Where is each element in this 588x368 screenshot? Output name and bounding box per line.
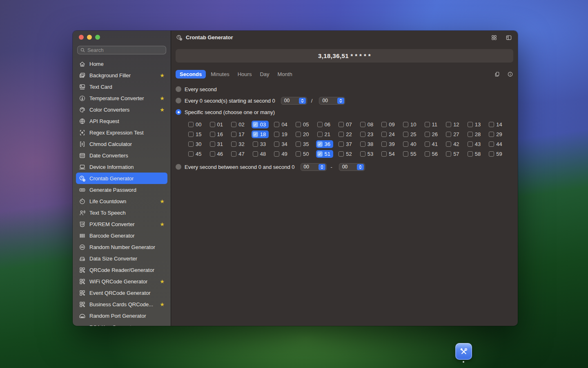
checkbox-icon[interactable] [317,132,323,137]
second-checkbox-09[interactable]: 09 [381,119,403,129]
close-window-button[interactable] [79,35,84,40]
sidebar-item-random-number-generator[interactable]: Random Number Generator [76,241,167,253]
second-checkbox-07[interactable]: 07 [339,119,360,129]
checkbox-icon[interactable] [468,122,473,127]
checkbox-icon[interactable] [339,132,344,137]
second-checkbox-32[interactable]: 32 [231,139,253,149]
checkbox-icon[interactable] [360,132,365,137]
radio-every-second[interactable] [176,86,181,92]
checkbox-icon[interactable] [489,151,494,157]
second-checkbox-21[interactable]: 21 [317,129,339,139]
checkbox-icon[interactable] [317,122,323,127]
option-specific-seconds[interactable]: Specific second (choose one or many) [176,108,513,116]
search-input[interactable] [87,47,163,53]
second-checkbox-50[interactable]: 50 [296,149,317,159]
checkbox-icon[interactable] [210,132,215,137]
tab-seconds[interactable]: Seconds [176,70,206,79]
second-checkbox-46[interactable]: 46 [210,149,232,159]
stepper-buttons-icon[interactable] [318,164,325,170]
checkbox-icon[interactable] [468,141,473,147]
option-every-n-seconds[interactable]: Every 0 second(s) starting at second 0 0… [176,96,513,105]
checkbox-icon[interactable] [188,151,194,157]
second-checkbox-48[interactable]: 48 [253,149,274,159]
second-checkbox-01[interactable]: 01 [210,119,232,129]
second-checkbox-30[interactable]: 30 [188,139,210,149]
second-checkbox-27[interactable]: 27 [446,129,468,139]
second-checkbox-59[interactable]: 59 [489,149,510,159]
second-checkbox-00[interactable]: 00 [188,119,210,129]
sidebar-item-rsa-key-generator[interactable]: RSA Key Generator [76,321,167,326]
second-checkbox-18[interactable]: 18 [253,129,274,139]
checkbox-icon[interactable] [425,151,430,157]
stepper-buttons-icon[interactable] [357,164,364,170]
checkbox-icon[interactable] [296,122,301,127]
second-checkbox-03[interactable]: 03 [253,119,274,129]
checkbox-icon[interactable] [231,141,236,147]
second-checkbox-19[interactable]: 19 [274,129,296,139]
checkbox-icon[interactable] [468,132,473,137]
info-icon[interactable] [507,71,513,77]
checkbox-icon[interactable] [296,141,301,147]
checkbox-icon[interactable] [274,141,279,147]
range-end-stepper[interactable]: 00 [339,163,365,171]
second-checkbox-28[interactable]: 28 [468,129,489,139]
checkbox-icon[interactable] [446,132,451,137]
second-checkbox-35[interactable]: 35 [296,139,317,149]
second-checkbox-11[interactable]: 11 [425,119,446,129]
second-checkbox-31[interactable]: 31 [210,139,232,149]
second-checkbox-33[interactable]: 33 [253,139,274,149]
sidebar-item-life-countdown[interactable]: Life Countdown★ [76,195,167,207]
option-every-second[interactable]: Every second [176,85,513,93]
checkbox-icon[interactable] [296,132,301,137]
second-checkbox-08[interactable]: 08 [360,119,382,129]
radio-between-seconds[interactable] [176,164,181,170]
sidebar-item-background-filler[interactable]: Background Filler★ [76,70,167,81]
range-start-stepper[interactable]: 00 [301,163,327,171]
second-checkbox-04[interactable]: 04 [274,119,296,129]
second-checkbox-17[interactable]: 17 [231,129,253,139]
second-checkbox-45[interactable]: 45 [188,149,210,159]
checkbox-icon[interactable] [403,141,408,147]
cron-expression-output[interactable]: 3,18,36,51 * * * * * [176,49,513,63]
copy-icon[interactable] [494,71,500,77]
second-checkbox-49[interactable]: 49 [274,149,296,159]
second-checkbox-57[interactable]: 57 [446,149,468,159]
sidebar-item-temperature-converter[interactable]: Temperature Converter★ [76,92,167,104]
second-checkbox-53[interactable]: 53 [360,149,382,159]
second-checkbox-26[interactable]: 26 [425,129,446,139]
second-checkbox-06[interactable]: 06 [317,119,339,129]
minimize-window-button[interactable] [87,35,92,40]
sidebar-item-event-qrcode-generator[interactable]: Event QRCode Generator [76,287,167,298]
radio-specific-seconds[interactable] [176,109,181,115]
second-checkbox-13[interactable]: 13 [468,119,489,129]
checkbox-icon[interactable] [381,141,387,147]
sidebar-item-regex-expression-test[interactable]: Regex Expression Test [76,127,167,138]
search-field[interactable] [77,46,166,54]
second-checkbox-23[interactable]: 23 [360,129,382,139]
checkbox-icon[interactable] [317,151,323,157]
tab-month[interactable]: Month [274,70,296,79]
second-checkbox-42[interactable]: 42 [446,139,468,149]
checkbox-icon[interactable] [274,122,279,127]
checkbox-icon[interactable] [360,151,365,157]
second-checkbox-22[interactable]: 22 [339,129,360,139]
sidebar-item-business-cards-qrcode[interactable]: Business Cards QRCode...★ [76,298,167,310]
checkbox-icon[interactable] [446,141,451,147]
checkbox-icon[interactable] [339,122,344,127]
checkbox-icon[interactable] [210,151,215,157]
tab-hours[interactable]: Hours [234,70,255,79]
start-stepper[interactable]: 00 [319,97,345,105]
second-checkbox-34[interactable]: 34 [274,139,296,149]
zoom-window-button[interactable] [95,35,100,40]
checkbox-icon[interactable] [403,132,408,137]
sidebar-item-color-converters[interactable]: Color Converters★ [76,104,167,115]
second-checkbox-36[interactable]: 36 [317,139,339,149]
checkbox-icon[interactable] [381,122,387,127]
sidebar-item-text-to-speech[interactable]: Text To Speech [76,207,167,218]
checkbox-icon[interactable] [253,141,258,147]
sidebar-item-date-converters[interactable]: Date Converters [76,150,167,161]
second-checkbox-38[interactable]: 38 [360,139,382,149]
checkbox-icon[interactable] [296,151,301,157]
stepper-buttons-icon[interactable] [337,98,344,104]
checkbox-icon[interactable] [188,132,194,137]
